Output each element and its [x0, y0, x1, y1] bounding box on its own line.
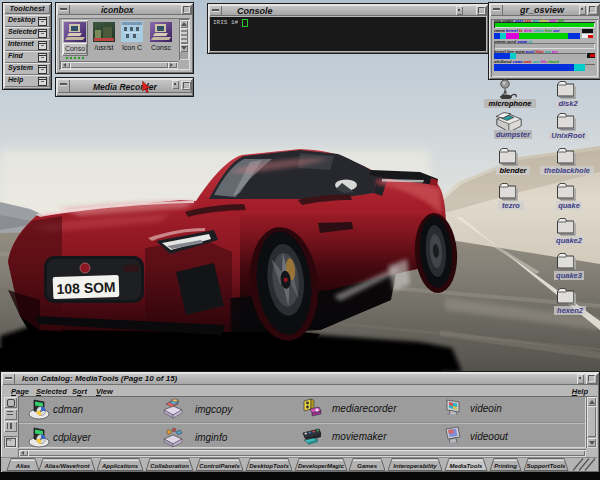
svg-text:Collaboration: Collaboration: [150, 463, 189, 469]
svg-text:Interoperability: Interoperability: [393, 463, 437, 469]
svg-text:Alias: Alias: [15, 463, 31, 469]
svg-text:MediaTools: MediaTools: [450, 463, 483, 469]
svg-text:Alias/Wavefront: Alias/Wavefront: [43, 463, 90, 469]
svg-text:SupportTools: SupportTools: [527, 463, 566, 469]
svg-text:Applications: Applications: [101, 463, 139, 469]
svg-text:DeveloperMagic: DeveloperMagic: [298, 463, 345, 469]
svg-text:ControlPanels: ControlPanels: [199, 463, 240, 469]
svg-text:Games: Games: [357, 463, 378, 469]
svg-text:Printing: Printing: [494, 463, 517, 469]
svg-text:108 SOM: 108 SOM: [56, 279, 116, 297]
svg-text:DesktopTools: DesktopTools: [249, 463, 289, 469]
